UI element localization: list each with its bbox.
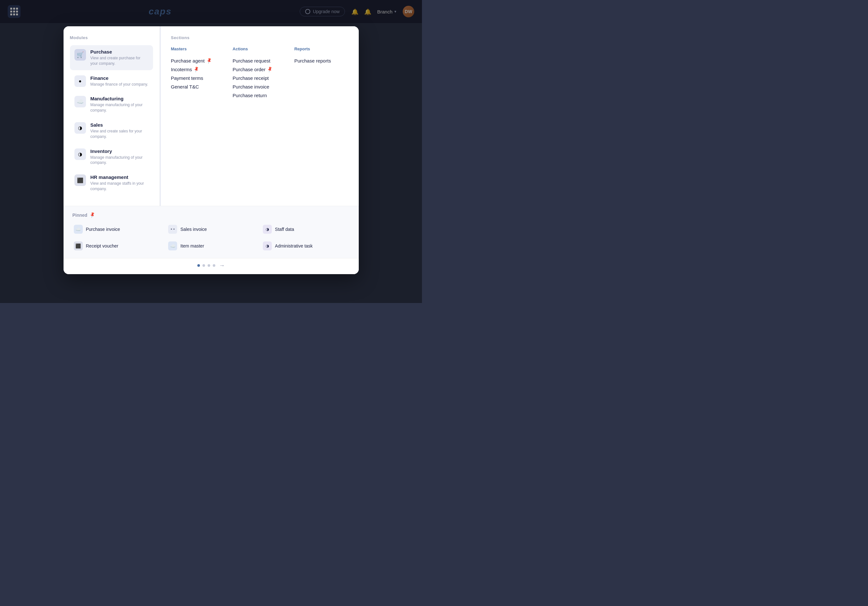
purchase-module-name: Purchase: [90, 49, 149, 54]
general-tandc-link[interactable]: General T&C: [171, 82, 225, 91]
sections-label: Sections: [171, 35, 349, 40]
module-item-inventory[interactable]: ◑ Inventory Manage manufacturing of your…: [70, 145, 153, 170]
payment-terms-label: Payment terms: [171, 75, 203, 81]
modules-panel: Modules 🛒 Purchase View and create purch…: [64, 26, 160, 206]
pinned-section: Pinned 📌 ☁️ Purchase invoice ⚬⚬ Sales in…: [64, 206, 359, 258]
pinned-purchase-invoice-label: Purchase invoice: [86, 227, 120, 232]
general-tandc-label: General T&C: [171, 84, 199, 90]
module-item-finance[interactable]: ● Finance Manage finance of your company…: [70, 71, 153, 91]
module-item-purchase[interactable]: 🛒 Purchase View and create purchase for …: [70, 45, 153, 70]
pinned-item-purchase-invoice[interactable]: ☁️ Purchase invoice: [73, 222, 161, 236]
masters-label: Masters: [171, 46, 225, 51]
purchase-invoice-label: Purchase invoice: [232, 84, 269, 90]
finance-module-info: Finance Manage finance of your company.: [90, 75, 149, 87]
pinned-admin-task-icon: ◑: [263, 241, 272, 250]
masters-column: Masters Purchase agent 📌 Incoterms 📌 Pay…: [171, 46, 225, 100]
pin-icon: 📌: [206, 57, 212, 64]
module-item-hr[interactable]: ⬛ HR management View and manage staffs i…: [70, 170, 153, 196]
actions-label: Actions: [232, 46, 287, 51]
hr-module-icon: ⬛: [74, 175, 86, 186]
sales-module-info: Sales View and create sales for your com…: [90, 122, 149, 139]
hr-module-desc: View and manage staffs in your company.: [90, 181, 149, 192]
purchase-request-link[interactable]: Purchase request: [232, 56, 287, 65]
module-item-manufacturing[interactable]: ☁️ Manufacturing Manage manufacturing of…: [70, 92, 153, 117]
sales-module-name: Sales: [90, 122, 149, 128]
sections-grid: Masters Purchase agent 📌 Incoterms 📌 Pay…: [171, 46, 349, 100]
hr-module-name: HR management: [90, 175, 149, 180]
purchase-order-label: Purchase order: [232, 67, 266, 72]
pinned-item-master-label: Item master: [180, 243, 204, 249]
pinned-item-admin-task[interactable]: ◑ Administrative task: [262, 239, 350, 253]
pinned-receipt-voucher-label: Receipt voucher: [86, 243, 118, 249]
incoterms-label: Incoterms: [171, 67, 192, 72]
nav-dot-2: [203, 264, 205, 267]
nav-dot-1: [197, 264, 200, 267]
manufacturing-module-name: Manufacturing: [90, 96, 149, 101]
purchase-module-info: Purchase View and create purchase for yo…: [90, 49, 149, 66]
nav-dots: [197, 264, 215, 267]
pinned-purchase-invoice-icon: ☁️: [74, 225, 83, 234]
purchase-return-label: Purchase return: [232, 93, 267, 98]
manufacturing-module-desc: Manage manufacturing of your company.: [90, 102, 149, 113]
pinned-grid: ☁️ Purchase invoice ⚬⚬ Sales invoice ◑ S…: [73, 222, 350, 253]
purchase-module-icon: 🛒: [74, 49, 86, 60]
actions-column: Actions Purchase request Purchase order …: [232, 46, 287, 100]
payment-terms-link[interactable]: Payment terms: [171, 74, 225, 82]
finance-module-icon: ●: [74, 75, 86, 87]
pinned-admin-task-label: Administrative task: [275, 243, 313, 249]
pinned-item-staff-data[interactable]: ◑ Staff data: [262, 222, 350, 236]
nav-dot-3: [208, 264, 210, 267]
pinned-sales-invoice-label: Sales invoice: [180, 227, 207, 232]
inventory-module-name: Inventory: [90, 148, 149, 154]
pinned-label: Pinned: [73, 213, 88, 218]
modules-modal: Modules 🛒 Purchase View and create purch…: [64, 26, 359, 274]
inventory-module-info: Inventory Manage manufacturing of your c…: [90, 148, 149, 166]
inventory-module-icon: ◑: [74, 148, 86, 160]
pin-icon-3: 📌: [267, 66, 273, 73]
purchase-reports-link[interactable]: Purchase reports: [294, 56, 348, 65]
pinned-item-receipt-voucher[interactable]: ⬛ Receipt voucher: [73, 239, 161, 253]
sections-panel: Sections Masters Purchase agent 📌 Incote…: [161, 26, 359, 206]
purchase-receipt-label: Purchase receipt: [232, 75, 269, 81]
purchase-receipt-link[interactable]: Purchase receipt: [232, 74, 287, 82]
hr-module-info: HR management View and manage staffs in …: [90, 175, 149, 192]
modal-footer: →: [64, 258, 359, 274]
finance-module-desc: Manage finance of your company.: [90, 82, 149, 87]
pinned-staff-data-icon: ◑: [263, 225, 272, 234]
pinned-sales-invoice-icon: ⚬⚬: [168, 225, 177, 234]
purchase-return-link[interactable]: Purchase return: [232, 91, 287, 100]
pinned-item-sales-invoice[interactable]: ⚬⚬ Sales invoice: [167, 222, 255, 236]
manufacturing-module-info: Manufacturing Manage manufacturing of yo…: [90, 96, 149, 113]
manufacturing-module-icon: ☁️: [74, 96, 86, 107]
reports-column: Reports Purchase reports: [294, 46, 348, 100]
module-item-sales[interactable]: ◑ Sales View and create sales for your c…: [70, 118, 153, 143]
purchase-request-label: Purchase request: [232, 58, 271, 63]
purchase-agent-label: Purchase agent: [171, 58, 205, 63]
purchase-agent-link[interactable]: Purchase agent 📌: [171, 56, 225, 65]
incoterms-link[interactable]: Incoterms 📌: [171, 65, 225, 74]
pinned-pin-icon: 📌: [89, 212, 96, 218]
pin-icon-2: 📌: [193, 66, 200, 73]
nav-next-arrow[interactable]: →: [219, 262, 225, 269]
finance-module-name: Finance: [90, 75, 149, 81]
purchase-invoice-link[interactable]: Purchase invoice: [232, 82, 287, 91]
reports-label: Reports: [294, 46, 348, 51]
pinned-header: Pinned 📌: [73, 213, 350, 218]
purchase-order-link[interactable]: Purchase order 📌: [232, 65, 287, 74]
pinned-receipt-voucher-icon: ⬛: [74, 241, 83, 250]
modal-body: Modules 🛒 Purchase View and create purch…: [64, 26, 359, 206]
modules-label: Modules: [70, 35, 153, 40]
inventory-module-desc: Manage manufacturing of your company.: [90, 155, 149, 166]
pinned-staff-data-label: Staff data: [275, 227, 294, 232]
pinned-item-master-icon: ☁️: [168, 241, 177, 250]
purchase-reports-label: Purchase reports: [294, 58, 331, 63]
sales-module-desc: View and create sales for your company.: [90, 128, 149, 139]
purchase-module-desc: View and create purchase for your compan…: [90, 56, 149, 66]
pinned-item-item-master[interactable]: ☁️ Item master: [167, 239, 255, 253]
nav-dot-4: [213, 264, 215, 267]
sales-module-icon: ◑: [74, 122, 86, 134]
